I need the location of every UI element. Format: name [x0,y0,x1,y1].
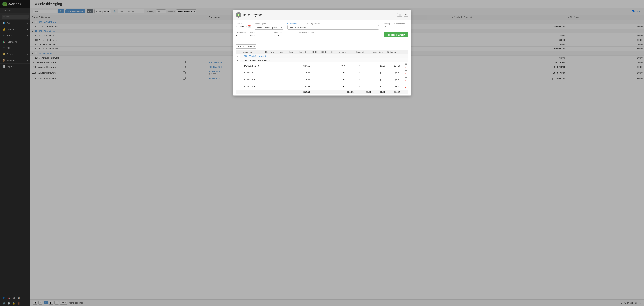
batch-payment-icon: 💵 [236,12,241,18]
modal-group-label: : 1022 - Test Customer #1 [240,54,408,58]
batch-payment-modal: 💵 Batch Payment ⬜ ✕ Paid on 2023-09-15 📅 [233,10,411,96]
gl-account-group: GI Account Lending Supplier Select a GL … [288,23,379,30]
delete-icon[interactable]: ✕ [405,73,407,75]
paid-on-label: Paid on [236,23,251,25]
modal-30-60 [311,69,320,76]
list-icon[interactable]: ☰ [405,84,407,86]
modal-toolbar: ☰ Export to Excel [236,44,408,49]
payment-input[interactable] [340,85,350,88]
footer-current: $54.51 [298,90,311,94]
modal-payment-input-cell [337,76,354,83]
modal-60-90 [320,69,330,76]
modal-due-date [264,62,278,69]
modal-due-date [264,69,278,76]
modal-credit [288,76,297,83]
modal-title: Batch Payment [243,13,264,17]
modal-col-actions [402,50,408,54]
gl-account-label: GI Account [288,23,297,25]
modal-footer-row: $54.51 $54.51 $0.00 $0.00 $54.51 [236,90,408,94]
modal-col-90-plus: 90+ [330,50,337,54]
footer-payment: $54.51 [337,90,354,94]
modal-discount-input-cell [354,69,372,76]
footer-available: $0.00 [372,90,386,94]
modal-table-area: ☰ Export to Excel Transaction Due Date T… [233,43,411,95]
modal-credit [288,69,297,76]
modal-available: $0.00 [372,69,386,76]
currency-modal-value: CAD [383,25,390,28]
close-button[interactable]: ✕ [404,13,408,17]
modal-discount-input-cell [354,83,372,90]
list-icon[interactable]: ☰ [405,77,407,80]
payment-modal-label: Payment [250,32,257,34]
modal-subgroup-label: : 1022 - Test Customer #1 [240,58,408,62]
paid-on-group: Paid on 2023-09-15 📅 [236,23,251,28]
modal-col-current: Current [298,50,311,54]
modal-credit [288,83,297,90]
modal-table-row: Invoice #74 $6.67 [236,69,408,76]
modal-net-amount: $6.67 [386,83,402,90]
modal-credit [288,62,297,69]
export-excel-button[interactable]: ☰ Export to Excel [236,44,256,49]
modal-col-30-60: 30-60 [311,50,320,54]
expand-icon[interactable]: ▼ [237,60,238,61]
modal-col-due-date: Due Date [264,50,278,54]
modal-net-amount: $6.67 [386,69,402,76]
list-icon[interactable]: ☰ [405,63,407,66]
modal-60-90 [320,76,330,83]
payment-input[interactable] [340,71,350,74]
delete-icon[interactable]: ✕ [405,86,407,89]
modal-payment-input-cell [337,83,354,90]
modal-col-60-90: 60-90 [320,50,330,54]
modal-current: $6.67 [298,76,311,83]
discount-input[interactable] [358,78,368,81]
discount-total-value: $0.00 [274,34,286,37]
minimize-button[interactable]: ⬜ [397,13,402,17]
delete-icon[interactable]: ✕ [405,80,407,82]
expand-icon[interactable]: ▼ [237,56,238,57]
modal-current: $6.67 [298,83,311,90]
discount-input[interactable] [358,85,368,88]
modal-available: $0.00 [372,83,386,90]
discount-input[interactable] [358,64,368,67]
modal-due-date [264,76,278,83]
modal-payment-input-cell [337,62,354,69]
modal-col-terms: Terms [278,50,288,54]
tender-option-select[interactable]: Select a Tender Option [255,25,284,30]
modal-col-discount: Discount [354,50,372,54]
payment-input[interactable] [340,78,350,81]
modal-col-credit: Credit [288,50,297,54]
modal-current: $6.67 [298,69,311,76]
form-row-2: Credit Used $0.00 Payment $54.51 Discoun… [236,32,408,38]
credit-used-group: Credit Used $0.00 [236,32,246,37]
modal-table-row: Invoice #75 $6.67 [236,76,408,83]
modal-form: Paid on 2023-09-15 📅 Tender Option Selec… [233,20,411,43]
modal-table-row: Invoice #76 $6.67 [236,83,408,90]
modal-transaction: POSSale #240 [240,62,264,69]
modal-process-payment-button[interactable]: Process Payment [384,32,408,38]
modal-transaction: Invoice #75 [240,76,264,83]
confirmation-number-label: Confirmation Number [297,32,320,34]
confirmation-number-input[interactable] [297,34,320,38]
confirmation-number-group: Confirmation Number [297,32,320,38]
modal-overlay: 💵 Batch Payment ⬜ ✕ Paid on 2023-09-15 📅 [0,0,644,306]
modal-terms [278,83,288,90]
process-payment-btn-group: Process Payment [384,32,408,38]
modal-due-date [264,83,278,90]
payment-input[interactable] [340,64,350,67]
modal-60-90 [320,83,330,90]
credit-used-value: $0.00 [236,34,246,37]
modal-90-plus [330,83,337,90]
conversion-rate-group: Conversion Rate [394,23,408,25]
delete-icon[interactable]: ✕ [405,66,407,68]
modal-current: $34.50 [298,62,311,69]
gl-account-select[interactable]: Select a GL Account [288,25,379,30]
footer-net-amount: $54.51 [386,90,402,94]
calendar-icon[interactable]: 📅 [248,25,251,28]
tender-option-group: Tender Option Select a Tender Option [255,23,284,30]
modal-30-60 [311,62,320,69]
discount-input[interactable] [358,71,368,74]
modal-col-available: Availaib... [372,50,386,54]
modal-90-plus [330,69,337,76]
paid-on-value: 2023-09-15 [236,25,247,28]
list-icon[interactable]: ☰ [405,70,407,73]
